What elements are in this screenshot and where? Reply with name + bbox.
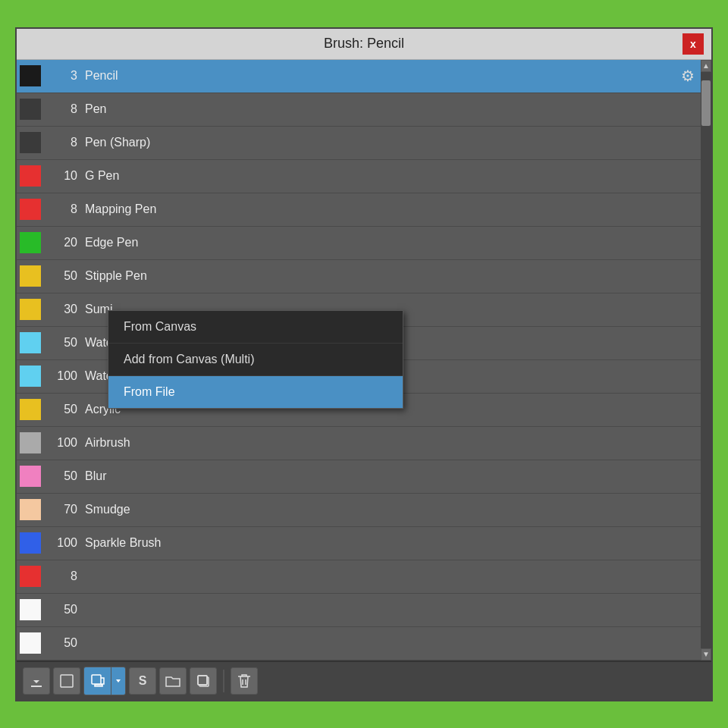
brush-size: 100: [47, 369, 77, 383]
brush-item[interactable]: 50Blur: [17, 460, 701, 494]
brush-size: 50: [47, 336, 77, 350]
download-button[interactable]: [23, 667, 50, 695]
brush-size: 100: [47, 436, 77, 450]
brush-item[interactable]: 20Edge Pen: [17, 227, 701, 260]
brush-size: 8: [47, 136, 77, 149]
color-swatch: [20, 65, 41, 86]
import-brush-button[interactable]: [84, 667, 111, 695]
brush-item[interactable]: 100Airbrush: [17, 427, 701, 460]
toolbar: S: [17, 661, 711, 700]
svg-rect-1: [92, 675, 101, 684]
brush-name: Pen (Sharp): [85, 136, 698, 149]
gear-icon[interactable]: ⚙: [678, 64, 698, 88]
brush-size: 100: [47, 536, 77, 550]
brush-name: Sparkle Brush: [85, 536, 698, 550]
brush-size: 50: [47, 603, 77, 617]
brush-item[interactable]: 50: [17, 627, 701, 661]
content-area: 3Pencil⚙8Pen8Pen (Sharp)10G Pen8Mapping …: [17, 60, 711, 661]
color-swatch: [20, 466, 41, 487]
context-menu-item[interactable]: From Canvas: [108, 311, 403, 344]
brush-size: 30: [47, 303, 77, 316]
svg-rect-0: [61, 675, 73, 687]
import-brush-dropdown[interactable]: [111, 667, 125, 695]
new-brush-button[interactable]: [53, 667, 80, 695]
brush-size: 20: [47, 236, 77, 249]
brush-name: Edge Pen: [85, 236, 698, 249]
scrollbar: ▲ ▼: [701, 60, 711, 661]
toolbar-separator: [223, 670, 224, 692]
brush-name: Smudge: [85, 503, 698, 516]
color-swatch: [20, 499, 41, 520]
brush-size: 3: [47, 69, 77, 83]
color-swatch: [20, 599, 41, 620]
color-swatch: [20, 532, 41, 554]
color-swatch: [20, 632, 41, 654]
color-swatch: [20, 366, 41, 387]
brush-size: 8: [47, 202, 77, 216]
color-swatch: [20, 399, 41, 420]
brush-item[interactable]: 50Stipple Pen: [17, 260, 701, 293]
brush-name: Blur: [85, 469, 698, 483]
color-swatch: [20, 132, 41, 153]
brush-name: Stipple Pen: [85, 269, 698, 283]
context-menu-item[interactable]: From File: [108, 376, 403, 408]
brush-item[interactable]: 70Smudge: [17, 494, 701, 527]
color-swatch: [20, 165, 41, 187]
color-swatch: [20, 99, 41, 120]
context-menu-item[interactable]: Add from Canvas (Multi): [108, 344, 403, 376]
brush-size: 50: [47, 403, 77, 416]
color-swatch: [20, 332, 41, 353]
brush-item[interactable]: 3Pencil⚙: [17, 60, 701, 93]
brush-size: 8: [47, 102, 77, 116]
save-button[interactable]: S: [129, 667, 156, 695]
color-swatch: [20, 432, 41, 453]
brush-size: 70: [47, 503, 77, 516]
close-button[interactable]: x: [682, 33, 704, 55]
svg-rect-3: [198, 676, 207, 685]
color-swatch: [20, 566, 41, 587]
brush-item[interactable]: 100Sparkle Brush: [17, 527, 701, 560]
duplicate-button[interactable]: [190, 667, 217, 695]
brush-size: 50: [47, 469, 77, 483]
window-title: Brush: Pencil: [46, 36, 682, 52]
brush-size: 50: [47, 269, 77, 283]
color-swatch: [20, 232, 41, 253]
scroll-up-arrow[interactable]: ▲: [701, 60, 711, 72]
color-swatch: [20, 265, 41, 287]
brush-item[interactable]: 8Mapping Pen: [17, 193, 701, 227]
brush-name: Airbrush: [85, 436, 698, 450]
title-bar: Brush: Pencil x: [17, 29, 711, 60]
context-menu: From CanvasAdd from Canvas (Multi)From F…: [108, 310, 403, 409]
brush-item[interactable]: 8Pen: [17, 93, 701, 127]
brush-panel: Brush: Pencil x 3Pencil⚙8Pen8Pen (Sharp)…: [15, 27, 713, 701]
import-brush-group: [83, 667, 126, 695]
delete-button[interactable]: [231, 667, 258, 695]
brush-item[interactable]: 10G Pen: [17, 160, 701, 193]
scroll-down-arrow[interactable]: ▼: [701, 648, 711, 661]
brush-list[interactable]: 3Pencil⚙8Pen8Pen (Sharp)10G Pen8Mapping …: [17, 60, 701, 661]
brush-name: Pencil: [85, 69, 678, 83]
brush-item[interactable]: 8: [17, 560, 701, 594]
brush-size: 10: [47, 169, 77, 183]
color-swatch: [20, 299, 41, 320]
scroll-track[interactable]: [701, 72, 711, 648]
brush-name: G Pen: [85, 169, 698, 183]
color-swatch: [20, 199, 41, 220]
brush-item[interactable]: 8Pen (Sharp): [17, 127, 701, 160]
brush-name: Mapping Pen: [85, 202, 698, 216]
brush-name: Pen: [85, 102, 698, 116]
brush-size: 50: [47, 636, 77, 650]
folder-button[interactable]: [159, 667, 187, 695]
scroll-thumb[interactable]: [701, 80, 711, 126]
brush-item[interactable]: 50: [17, 594, 701, 627]
brush-size: 8: [47, 570, 77, 583]
